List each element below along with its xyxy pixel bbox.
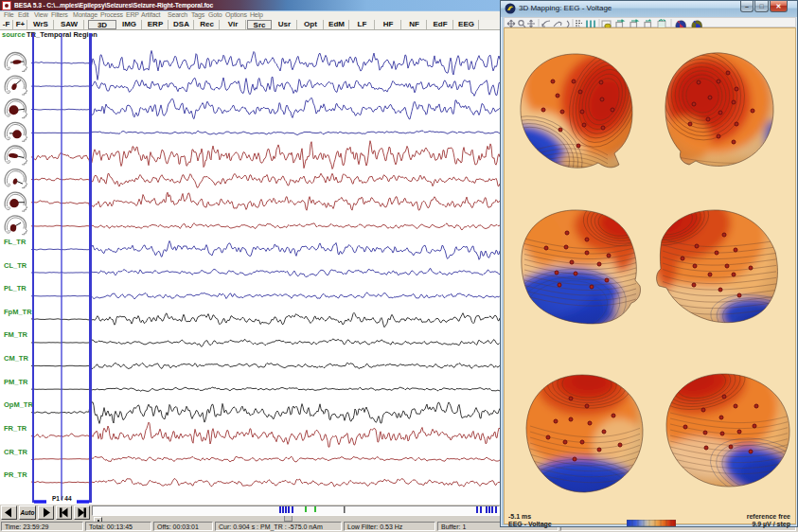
svg-text:OpM_TR: OpM_TR: [4, 400, 33, 409]
svg-text:FM_TR: FM_TR: [4, 330, 28, 339]
svg-text:FpM_TR: FpM_TR: [4, 308, 32, 316]
svg-text:CR_TR: CR_TR: [4, 448, 28, 456]
svg-text:CL_TR: CL_TR: [4, 261, 27, 270]
svg-text:CM_TR: CM_TR: [4, 354, 28, 363]
svg-text:FR_TR: FR_TR: [4, 424, 27, 433]
svg-text:P1 / 44: P1 / 44: [52, 495, 72, 502]
svg-text:PR_TR: PR_TR: [4, 470, 27, 479]
svg-text:PL_TR: PL_TR: [4, 284, 27, 293]
svg-text:PM_TR: PM_TR: [4, 378, 28, 386]
svg-text:FL_TR: FL_TR: [4, 238, 27, 246]
